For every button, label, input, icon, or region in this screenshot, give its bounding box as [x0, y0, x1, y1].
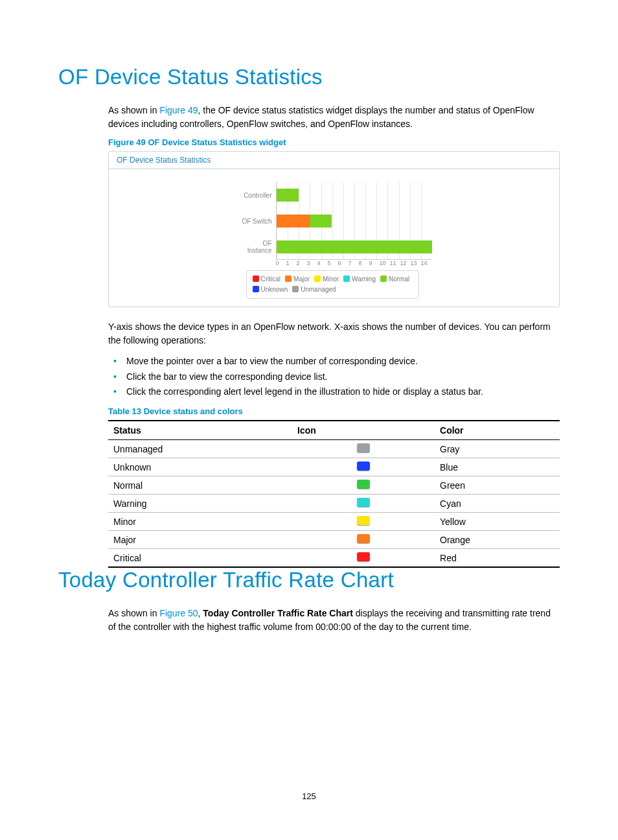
legend-label[interactable]: Normal — [389, 275, 409, 283]
x-tick: 9 — [369, 260, 380, 266]
x-tick: 8 — [359, 260, 369, 266]
critical-status-icon — [357, 552, 370, 561]
intro-paragraph-2: As shown in Figure 50, Today Controller … — [108, 607, 560, 634]
chart-plot-area — [276, 182, 431, 260]
legend-swatch-major[interactable] — [285, 275, 292, 282]
bar-segment-normal[interactable] — [277, 189, 299, 202]
cell-status: Unmanaged — [108, 440, 292, 458]
bar-segment-major[interactable] — [277, 215, 310, 228]
status-color-table: Status Icon Color UnmanagedGrayUnknownBl… — [108, 420, 560, 568]
cell-icon — [292, 531, 435, 549]
intro-paragraph-1: As shown in Figure 49, the OF device sta… — [108, 104, 560, 131]
chart-x-axis: 01234567891011121314 — [276, 260, 431, 266]
cell-icon — [292, 495, 435, 513]
section-body: As shown in Figure 49, the OF device sta… — [108, 104, 560, 568]
cell-color: Red — [435, 549, 560, 568]
warning-status-icon — [357, 498, 370, 507]
table-caption: Table 13 Device status and colors — [108, 406, 560, 416]
link-figure-50[interactable]: Figure 50 — [159, 608, 198, 618]
table-row: NormalGreen — [108, 476, 560, 495]
cell-color: Green — [435, 476, 560, 495]
y-axis-label: OF Instance — [237, 234, 276, 260]
x-tick: 2 — [297, 260, 307, 266]
x-tick: 1 — [286, 260, 297, 266]
x-tick: 13 — [411, 260, 421, 266]
section-body-2: As shown in Figure 50, Today Controller … — [108, 607, 560, 634]
heading-today-controller-traffic: Today Controller Traffic Rate Chart — [58, 568, 560, 592]
legend-swatch-unmanaged[interactable] — [292, 286, 299, 292]
x-tick: 11 — [390, 260, 400, 266]
link-figure-49[interactable]: Figure 49 — [159, 105, 198, 115]
page: OF Device Status Statistics As shown in … — [0, 0, 618, 840]
x-tick: 14 — [421, 260, 431, 266]
table-row: WarningCyan — [108, 495, 560, 513]
legend-label[interactable]: Warning — [352, 275, 376, 283]
cell-icon — [292, 458, 435, 476]
legend-label[interactable]: Major — [293, 275, 310, 283]
table-row: MinorYellow — [108, 513, 560, 531]
cell-status: Unknown — [108, 458, 292, 476]
minor-status-icon — [357, 516, 370, 525]
y-axis-label: Controller — [237, 182, 276, 208]
x-tick: 7 — [349, 260, 359, 266]
chart-legend: CriticalMajorMinorWarningNormalUnknownUn… — [246, 270, 420, 299]
unmanaged-status-icon — [357, 443, 370, 452]
table-row: CriticalRed — [108, 549, 560, 568]
x-tick: 5 — [328, 260, 338, 266]
cell-status: Major — [108, 531, 292, 549]
list-item: Click the corresponding alert level lege… — [108, 384, 560, 400]
legend-swatch-critical[interactable] — [253, 275, 259, 282]
normal-status-icon — [357, 480, 370, 489]
x-tick: 0 — [276, 260, 286, 266]
heading-of-device-status: OF Device Status Statistics — [58, 65, 560, 89]
table-row: UnmanagedGray — [108, 440, 560, 458]
legend-label[interactable]: Unmanaged — [301, 286, 336, 293]
figure-caption: Figure 49 OF Device Status Statistics wi… — [108, 137, 560, 147]
th-color: Color — [435, 421, 560, 440]
legend-label[interactable]: Critical — [261, 275, 281, 283]
bar-segment-normal[interactable] — [310, 215, 332, 228]
legend-label[interactable]: Unknown — [261, 286, 288, 293]
chart-bar[interactable] — [277, 240, 432, 253]
cell-color: Cyan — [435, 495, 560, 513]
y-axis-label: OF Switch — [237, 208, 276, 234]
cell-status: Normal — [108, 476, 292, 495]
major-status-icon — [357, 534, 370, 543]
list-item: Move the pointer over a bar to view the … — [108, 354, 560, 369]
cell-icon — [292, 513, 435, 531]
cell-icon — [292, 476, 435, 495]
chart-bar[interactable] — [277, 189, 299, 202]
x-tick: 4 — [317, 260, 328, 266]
th-icon: Icon — [292, 421, 435, 440]
cell-color: Orange — [435, 531, 560, 549]
x-tick: 10 — [380, 260, 390, 266]
bar-segment-normal[interactable] — [277, 240, 432, 253]
paragraph-axes-desc: Y-axis shows the device types in an Open… — [108, 320, 560, 347]
bold-chart-name: Today Controller Traffic Rate Chart — [203, 608, 353, 618]
x-tick: 3 — [307, 260, 317, 266]
chart: ControllerOF SwitchOF Instance 012345678… — [237, 182, 431, 299]
legend-swatch-warning[interactable] — [343, 275, 350, 282]
page-number: 125 — [0, 791, 618, 801]
table-row: UnknownBlue — [108, 458, 560, 476]
table-header-row: Status Icon Color — [108, 421, 560, 440]
cell-color: Blue — [435, 458, 560, 476]
cell-status: Warning — [108, 495, 292, 513]
cell-status: Critical — [108, 549, 292, 568]
cell-color: Yellow — [435, 513, 560, 531]
legend-swatch-unknown[interactable] — [253, 286, 259, 292]
legend-swatch-minor[interactable] — [314, 275, 321, 282]
widget-body: ControllerOF SwitchOF Instance 012345678… — [109, 169, 559, 307]
cell-icon — [292, 440, 435, 458]
cell-color: Gray — [435, 440, 560, 458]
legend-swatch-normal[interactable] — [380, 275, 387, 282]
figure-49-widget: OF Device Status Statistics ControllerOF… — [108, 151, 560, 307]
legend-label[interactable]: Minor — [323, 275, 339, 283]
chart-bar[interactable] — [277, 215, 332, 228]
cell-status: Minor — [108, 513, 292, 531]
widget-title: OF Device Status Statistics — [109, 152, 559, 169]
text: As shown in — [108, 608, 159, 618]
list-item: Click the bar to view the corresponding … — [108, 369, 560, 385]
unknown-status-icon — [357, 461, 370, 471]
table-row: MajorOrange — [108, 531, 560, 549]
